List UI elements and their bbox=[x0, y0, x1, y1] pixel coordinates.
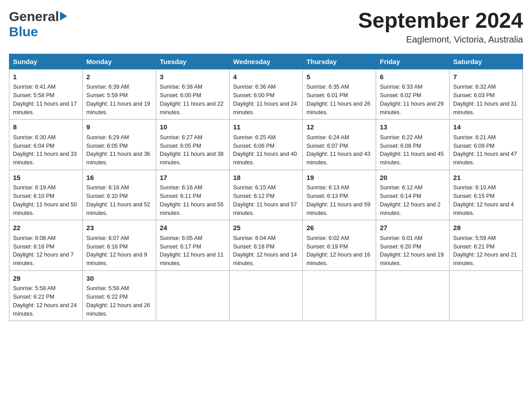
daylight-label: Daylight: 11 hours and 31 minutes. bbox=[453, 101, 517, 116]
day-number: 23 bbox=[86, 223, 152, 233]
sunrise-label: Sunrise: 6:16 AM bbox=[160, 184, 202, 191]
sunrise-label: Sunrise: 6:19 AM bbox=[13, 184, 56, 191]
calendar-cell: 12Sunrise: 6:24 AMSunset: 6:07 PMDayligh… bbox=[303, 120, 376, 170]
calendar-cell: 30Sunrise: 5:56 AMSunset: 6:22 PMDayligh… bbox=[82, 270, 156, 321]
sunrise-label: Sunrise: 5:59 AM bbox=[453, 235, 496, 241]
day-number: 9 bbox=[86, 122, 152, 133]
calendar-header: SundayMondayTuesdayWednesdayThursdayFrid… bbox=[9, 54, 523, 69]
calendar-cell: 17Sunrise: 6:16 AMSunset: 6:11 PMDayligh… bbox=[156, 170, 229, 220]
daylight-label: Daylight: 11 hours and 36 minutes. bbox=[86, 151, 150, 166]
sunrise-label: Sunrise: 6:01 AM bbox=[380, 235, 422, 241]
daylight-label: Daylight: 12 hours and 14 minutes. bbox=[233, 252, 297, 266]
sunset-label: Sunset: 6:01 PM bbox=[306, 92, 348, 98]
calendar-cell bbox=[156, 270, 229, 321]
calendar-cell: 28Sunrise: 5:59 AMSunset: 6:21 PMDayligh… bbox=[450, 220, 523, 271]
sunset-label: Sunset: 6:12 PM bbox=[233, 193, 275, 199]
weekday-header-thursday: Thursday bbox=[303, 54, 376, 69]
sunrise-label: Sunrise: 6:22 AM bbox=[380, 134, 422, 141]
sunset-label: Sunset: 6:20 PM bbox=[380, 244, 421, 250]
daylight-label: Daylight: 12 hours and 7 minutes. bbox=[13, 252, 74, 266]
logo: General Blue bbox=[9, 9, 67, 39]
sunset-label: Sunset: 6:00 PM bbox=[233, 92, 275, 98]
sunset-label: Sunset: 6:14 PM bbox=[380, 193, 421, 199]
calendar-cell: 29Sunrise: 5:58 AMSunset: 6:22 PMDayligh… bbox=[9, 270, 83, 321]
calendar-cell: 21Sunrise: 6:10 AMSunset: 6:15 PMDayligh… bbox=[450, 170, 523, 220]
logo-general-text: General bbox=[9, 9, 59, 24]
daylight-label: Daylight: 11 hours and 19 minutes. bbox=[86, 101, 150, 116]
calendar-cell: 11Sunrise: 6:25 AMSunset: 6:06 PMDayligh… bbox=[229, 120, 303, 170]
daylight-label: Daylight: 11 hours and 17 minutes. bbox=[13, 101, 77, 116]
daylight-label: Daylight: 11 hours and 59 minutes. bbox=[306, 201, 370, 216]
daylight-label: Daylight: 11 hours and 29 minutes. bbox=[380, 101, 443, 116]
page-header: General Blue September 2024 Eaglemont, V… bbox=[9, 9, 523, 45]
sunset-label: Sunset: 6:21 PM bbox=[453, 244, 494, 250]
day-number: 2 bbox=[86, 72, 152, 82]
sunrise-label: Sunrise: 6:12 AM bbox=[380, 184, 422, 191]
calendar-week-1: 1Sunrise: 6:41 AMSunset: 5:58 PMDaylight… bbox=[9, 69, 523, 120]
daylight-label: Daylight: 11 hours and 24 minutes. bbox=[233, 101, 297, 116]
sunset-label: Sunset: 6:19 PM bbox=[306, 244, 348, 250]
sunset-label: Sunset: 6:04 PM bbox=[13, 143, 54, 149]
daylight-label: Daylight: 12 hours and 9 minutes. bbox=[86, 252, 147, 266]
sunrise-label: Sunrise: 6:41 AM bbox=[13, 84, 56, 90]
day-number: 18 bbox=[233, 173, 299, 183]
sunset-label: Sunset: 5:58 PM bbox=[13, 92, 54, 98]
calendar-cell: 23Sunrise: 6:07 AMSunset: 6:16 PMDayligh… bbox=[82, 220, 156, 271]
day-number: 6 bbox=[380, 72, 446, 82]
sunrise-label: Sunrise: 6:27 AM bbox=[160, 134, 202, 141]
daylight-label: Daylight: 11 hours and 52 minutes. bbox=[86, 201, 150, 216]
day-number: 5 bbox=[306, 72, 372, 82]
sunrise-label: Sunrise: 6:33 AM bbox=[380, 84, 422, 90]
calendar-week-4: 22Sunrise: 6:08 AMSunset: 6:16 PMDayligh… bbox=[9, 220, 523, 271]
sunrise-label: Sunrise: 6:24 AM bbox=[306, 134, 349, 141]
day-number: 12 bbox=[306, 122, 372, 133]
day-number: 16 bbox=[86, 173, 152, 183]
month-title: September 2024 bbox=[358, 9, 523, 33]
sunset-label: Sunset: 6:16 PM bbox=[86, 244, 128, 250]
calendar-week-5: 29Sunrise: 5:58 AMSunset: 6:22 PMDayligh… bbox=[9, 270, 523, 321]
day-number: 7 bbox=[453, 72, 519, 82]
weekday-header-tuesday: Tuesday bbox=[156, 54, 229, 69]
sunrise-label: Sunrise: 6:15 AM bbox=[233, 184, 276, 191]
day-number: 13 bbox=[380, 122, 446, 133]
sunrise-label: Sunrise: 6:21 AM bbox=[453, 134, 496, 141]
calendar-cell: 10Sunrise: 6:27 AMSunset: 6:05 PMDayligh… bbox=[156, 120, 229, 170]
weekday-header-friday: Friday bbox=[376, 54, 450, 69]
calendar-cell bbox=[450, 270, 523, 321]
day-number: 25 bbox=[233, 223, 299, 233]
calendar-cell: 20Sunrise: 6:12 AMSunset: 6:14 PMDayligh… bbox=[376, 170, 450, 220]
daylight-label: Daylight: 11 hours and 22 minutes. bbox=[160, 101, 223, 116]
sunrise-label: Sunrise: 6:10 AM bbox=[453, 184, 496, 191]
sunrise-label: Sunrise: 6:07 AM bbox=[86, 235, 129, 241]
sunset-label: Sunset: 6:11 PM bbox=[160, 193, 201, 199]
day-number: 10 bbox=[160, 122, 226, 133]
sunset-label: Sunset: 6:03 PM bbox=[453, 92, 494, 98]
sunset-label: Sunset: 6:22 PM bbox=[86, 294, 128, 300]
calendar-cell: 14Sunrise: 6:21 AMSunset: 6:09 PMDayligh… bbox=[450, 120, 523, 170]
day-number: 15 bbox=[13, 173, 79, 183]
calendar-cell: 19Sunrise: 6:13 AMSunset: 6:13 PMDayligh… bbox=[303, 170, 376, 220]
calendar-cell: 1Sunrise: 6:41 AMSunset: 5:58 PMDaylight… bbox=[9, 69, 83, 120]
day-number: 4 bbox=[233, 72, 299, 82]
sunrise-label: Sunrise: 6:25 AM bbox=[233, 134, 276, 141]
day-number: 8 bbox=[13, 122, 79, 133]
daylight-label: Daylight: 11 hours and 43 minutes. bbox=[306, 151, 370, 166]
sunrise-label: Sunrise: 6:13 AM bbox=[306, 184, 349, 191]
daylight-label: Daylight: 12 hours and 26 minutes. bbox=[86, 302, 150, 317]
daylight-label: Daylight: 11 hours and 38 minutes. bbox=[160, 151, 223, 166]
sunset-label: Sunset: 6:22 PM bbox=[13, 294, 54, 300]
weekday-header-monday: Monday bbox=[82, 54, 156, 69]
daylight-label: Daylight: 12 hours and 11 minutes. bbox=[160, 252, 223, 266]
sunrise-label: Sunrise: 6:35 AM bbox=[306, 84, 349, 90]
sunset-label: Sunset: 6:13 PM bbox=[306, 193, 348, 199]
calendar-cell: 16Sunrise: 6:18 AMSunset: 6:10 PMDayligh… bbox=[82, 170, 156, 220]
daylight-label: Daylight: 12 hours and 19 minutes. bbox=[380, 252, 443, 266]
calendar-cell: 8Sunrise: 6:30 AMSunset: 6:04 PMDaylight… bbox=[9, 120, 83, 170]
day-number: 22 bbox=[13, 223, 79, 233]
calendar-body: 1Sunrise: 6:41 AMSunset: 5:58 PMDaylight… bbox=[9, 69, 523, 321]
calendar-cell bbox=[376, 270, 450, 321]
calendar-cell: 3Sunrise: 6:38 AMSunset: 6:00 PMDaylight… bbox=[156, 69, 229, 120]
daylight-label: Daylight: 11 hours and 33 minutes. bbox=[13, 151, 77, 166]
sunset-label: Sunset: 6:10 PM bbox=[86, 193, 128, 199]
sunset-label: Sunset: 6:05 PM bbox=[160, 143, 201, 149]
